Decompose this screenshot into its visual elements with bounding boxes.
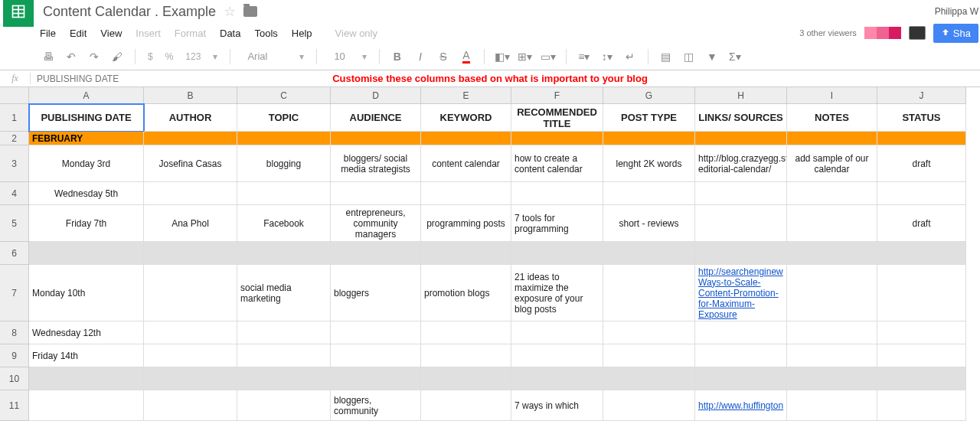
cell[interactable] (695, 182, 787, 205)
cell[interactable] (511, 321, 603, 344)
col-header-D[interactable]: D (331, 87, 421, 104)
cell[interactable]: draft (877, 145, 966, 182)
menu-help[interactable]: Help (292, 28, 312, 39)
sheets-icon[interactable] (3, 0, 34, 27)
cell[interactable] (877, 265, 966, 321)
cell[interactable] (787, 321, 877, 344)
star-icon[interactable]: ☆ (224, 3, 236, 20)
cell[interactable] (237, 344, 331, 367)
cell[interactable] (603, 242, 695, 265)
cell[interactable] (877, 132, 966, 145)
cell[interactable]: LINKS/ SOURCES (695, 104, 787, 132)
cell[interactable] (603, 132, 695, 145)
cell[interactable] (695, 367, 787, 390)
row-header[interactable]: 1 (0, 104, 29, 132)
bold-icon[interactable]: B (387, 47, 407, 67)
cell[interactable] (421, 321, 511, 344)
cell[interactable]: Josefina Casas (144, 145, 237, 182)
row-header[interactable]: 5 (0, 205, 29, 242)
cell[interactable] (29, 367, 144, 390)
cell[interactable] (421, 182, 511, 205)
row-header[interactable]: 4 (0, 182, 29, 205)
cell[interactable] (237, 390, 331, 421)
cell[interactable]: 7 tools for programming (511, 205, 603, 242)
insert-chart-icon[interactable]: ▤ (656, 47, 676, 67)
formula-input[interactable]: PUBLISHING DATE (31, 73, 119, 84)
cell[interactable]: short - reviews (603, 205, 695, 242)
cell[interactable]: Wednesday 12th (29, 321, 144, 344)
cell[interactable]: bloggers/ social media strategists (331, 145, 421, 182)
paint-format-icon[interactable]: 🖌 (107, 47, 127, 67)
menu-edit[interactable]: Edit (70, 28, 87, 39)
cell[interactable] (787, 390, 877, 421)
cell[interactable]: promotion blogs (421, 265, 511, 321)
cell[interactable]: Ana Phol (144, 205, 237, 242)
cell[interactable] (421, 367, 511, 390)
cell[interactable] (144, 367, 237, 390)
cell[interactable]: 21 ideas to maximize the exposure of you… (511, 265, 603, 321)
cell[interactable] (144, 182, 237, 205)
cell[interactable]: bloggers, community (331, 390, 421, 421)
cell[interactable] (144, 321, 237, 344)
cell[interactable] (421, 132, 511, 145)
cell[interactable] (331, 182, 421, 205)
cell[interactable]: KEYWORD (421, 104, 511, 132)
col-header-E[interactable]: E (421, 87, 511, 104)
cell[interactable] (787, 265, 877, 321)
cell[interactable]: RECOMMENDED TITLE (511, 104, 603, 132)
cell[interactable] (603, 344, 695, 367)
redo-icon[interactable]: ↷ (84, 47, 104, 67)
undo-icon[interactable]: ↶ (61, 47, 81, 67)
cell[interactable]: http://blog.crazyegg.strategy-editorial-… (695, 145, 787, 182)
wrap-icon[interactable]: ↵ (620, 47, 640, 67)
zoom-dropdown[interactable]: 123 (181, 51, 205, 62)
cell[interactable]: PUBLISHING DATE (29, 104, 144, 132)
select-all-corner[interactable] (0, 87, 29, 104)
col-header-G[interactable]: G (603, 87, 695, 104)
cell[interactable] (787, 344, 877, 367)
row-header[interactable]: 7 (0, 265, 29, 321)
cell[interactable]: NOTES (787, 104, 877, 132)
borders-icon[interactable]: ⊞▾ (515, 47, 535, 67)
cell[interactable] (144, 265, 237, 321)
cell[interactable]: add sample of our calendar (787, 145, 877, 182)
print-icon[interactable]: 🖶 (38, 47, 58, 67)
cell[interactable] (511, 182, 603, 205)
percent-icon[interactable]: % (161, 51, 178, 62)
cell[interactable]: content calendar (421, 145, 511, 182)
functions-icon[interactable]: Σ▾ (725, 47, 745, 67)
cell[interactable] (511, 344, 603, 367)
cell[interactable] (237, 132, 331, 145)
cell[interactable] (787, 132, 877, 145)
filter-icon[interactable]: ▼ (702, 47, 722, 67)
cell[interactable] (331, 132, 421, 145)
cell[interactable] (877, 344, 966, 367)
col-header-J[interactable]: J (877, 87, 966, 104)
comments-icon[interactable] (909, 26, 926, 40)
cell[interactable] (877, 367, 966, 390)
cell[interactable] (237, 242, 331, 265)
cell[interactable] (787, 242, 877, 265)
col-header-H[interactable]: H (695, 87, 787, 104)
cell[interactable] (787, 205, 877, 242)
cell[interactable]: AUDIENCE (331, 104, 421, 132)
share-button[interactable]: Sha (933, 24, 978, 43)
cell[interactable]: Friday 7th (29, 205, 144, 242)
cell[interactable] (144, 344, 237, 367)
cell[interactable] (144, 132, 237, 145)
presence-avatar[interactable] (889, 27, 901, 39)
presence-avatar[interactable] (864, 27, 877, 39)
col-header-B[interactable]: B (144, 87, 237, 104)
cell[interactable]: programming posts (421, 205, 511, 242)
cell[interactable]: Wednesday 5th (29, 182, 144, 205)
cell[interactable] (787, 367, 877, 390)
cell[interactable] (511, 367, 603, 390)
menu-view[interactable]: View (100, 28, 122, 39)
cell[interactable]: Facebook (237, 205, 331, 242)
cell[interactable] (787, 182, 877, 205)
cell[interactable] (877, 242, 966, 265)
menu-data[interactable]: Data (220, 28, 240, 39)
presence-indicators[interactable] (864, 27, 901, 39)
cell[interactable] (695, 205, 787, 242)
chevron-down-icon[interactable]: ▾ (295, 51, 309, 62)
